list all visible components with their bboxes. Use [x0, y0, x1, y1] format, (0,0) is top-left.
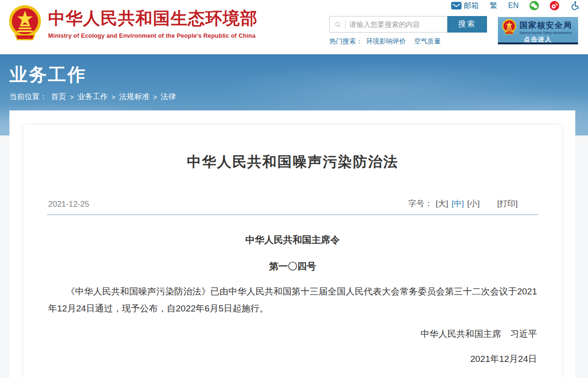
mail-link[interactable]: 邮箱	[451, 1, 479, 11]
nnsa-enter-label: 点击进入	[498, 35, 578, 44]
ministry-logo[interactable]: 中华人民共和国生态环境部 Ministry of Ecology and Env…	[8, 5, 258, 42]
hot-search: 热门搜索： 环境影响评价 空气质量	[329, 37, 449, 46]
decree-heading: 中华人民共和国主席令	[24, 234, 562, 246]
envelope-icon	[451, 2, 462, 9]
nnsa-title-cn: 国家核安全局	[520, 20, 572, 31]
english-label: EN	[508, 1, 519, 10]
breadcrumb: 当前位置： 首页 > 业务工作 > 法规标准 > 法律	[9, 92, 176, 102]
ministry-name-cn: 中华人民共和国生态环境部	[48, 7, 258, 30]
article-title: 中华人民共和国噪声污染防治法	[24, 152, 562, 172]
traditional-chinese-link[interactable]: 繁	[490, 1, 497, 11]
font-size-label: 字号：	[408, 198, 432, 209]
print-button[interactable]: [打印]	[497, 198, 518, 209]
font-size-small-button[interactable]: [小]	[467, 198, 479, 209]
accessibility-icon[interactable]	[570, 1, 580, 10]
wechat-icon[interactable]	[529, 1, 539, 10]
breadcrumb-item-law[interactable]: 法律	[161, 92, 176, 102]
search-input[interactable]	[345, 17, 447, 32]
hot-search-link-eia[interactable]: 环境影响评价	[366, 37, 406, 46]
font-size-large-button[interactable]: [大]	[436, 198, 448, 209]
breadcrumb-separator: >	[111, 93, 115, 101]
search-button[interactable]: 搜索	[447, 16, 487, 33]
article-tools: 字号： [大] [中] [小] [打印]	[408, 198, 537, 209]
ministry-names: 中华人民共和国生态环境部 Ministry of Ecology and Env…	[48, 7, 258, 39]
nnsa-titles: 国家核安全局 National Nuclear Safety Administr…	[520, 20, 572, 34]
signature-line: 中华人民共和国主席 习近平	[420, 328, 537, 340]
search-icon	[335, 20, 341, 29]
hot-search-link-air[interactable]: 空气质量	[414, 37, 441, 46]
breadcrumb-separator: >	[70, 93, 74, 101]
meta-divider	[47, 214, 538, 215]
breadcrumb-item-regulations[interactable]: 法规标准	[119, 92, 149, 102]
breadcrumb-separator: >	[153, 93, 157, 101]
national-emblem-icon	[8, 5, 42, 42]
article-card: 中华人民共和国噪声污染防治法 2021-12-25 字号： [大] [中] [小…	[24, 125, 562, 378]
weibo-icon[interactable]	[550, 1, 559, 10]
breadcrumb-label: 当前位置：	[9, 92, 47, 102]
nnsa-title-en: National Nuclear Safety Administration	[520, 31, 572, 34]
decree-number: 第一〇四号	[24, 260, 562, 273]
page-title: 业务工作	[9, 63, 87, 87]
site-search: 搜索	[329, 16, 487, 33]
search-box	[329, 16, 447, 33]
top-quick-links: 邮箱 繁 EN	[451, 1, 580, 10]
site-header: 中华人民共和国生态环境部 Ministry of Ecology and Env…	[0, 0, 588, 54]
publish-date: 2021-12-25	[48, 200, 89, 209]
signature-date: 2021年12月24日	[470, 353, 537, 365]
breadcrumb-item-work[interactable]: 业务工作	[77, 92, 108, 102]
font-size-medium-button[interactable]: [中]	[452, 198, 464, 209]
hot-search-label: 热门搜索：	[329, 37, 362, 46]
english-link[interactable]: EN	[508, 1, 519, 10]
page: { "header": { "logo": { "name_cn": "中华人民…	[0, 0, 588, 378]
mail-label: 邮箱	[464, 1, 479, 11]
nnsa-entry-badge[interactable]: 国家核安全局 National Nuclear Safety Administr…	[498, 17, 578, 44]
nnsa-header: 国家核安全局 National Nuclear Safety Administr…	[498, 17, 578, 35]
article-body-paragraph: 《中华人民共和国噪声污染防治法》已由中华人民共和国第十三届全国人民代表大会常务委…	[48, 283, 537, 317]
ministry-name-en: Ministry of Ecology and Environment of t…	[48, 33, 258, 39]
article-meta: 2021-12-25 字号： [大] [中] [小] [打印]	[48, 198, 537, 209]
traditional-label: 繁	[490, 1, 497, 11]
national-emblem-icon	[502, 19, 517, 35]
breadcrumb-item-home[interactable]: 首页	[51, 92, 66, 102]
